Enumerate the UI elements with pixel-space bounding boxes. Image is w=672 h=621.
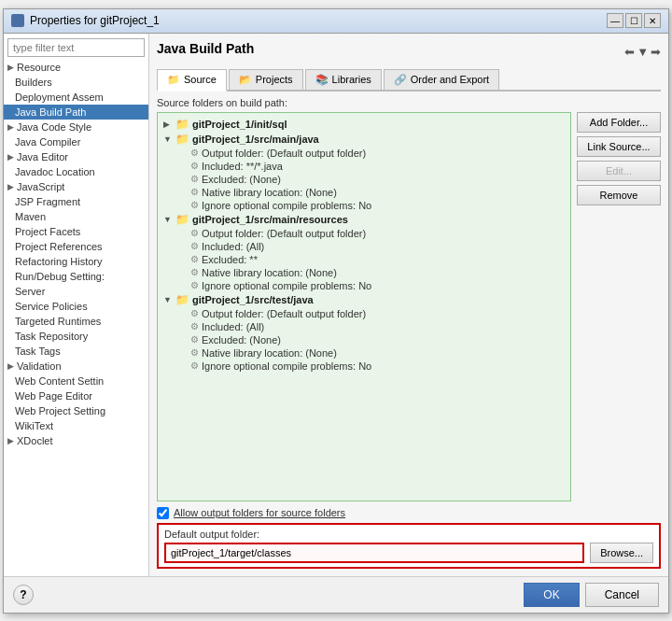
sidebar: ▶ResourceBuildersDeployment AssemJava Bu… — [4, 34, 149, 576]
sidebar-item-run-debug[interactable]: Run/Debug Setting: — [4, 269, 148, 284]
sidebar-item-service-policies[interactable]: Service Policies — [4, 299, 148, 314]
cancel-button[interactable]: Cancel — [585, 583, 659, 607]
tree-item-native-lib-1[interactable]: ⚙Native library location: (None) — [161, 186, 567, 199]
sidebar-item-targeted-runtimes[interactable]: Targeted Runtimes — [4, 314, 148, 329]
tree-toggle-src-test-java[interactable]: ▼ — [163, 295, 173, 304]
sidebar-item-label: Web Page Editor — [15, 390, 92, 402]
tab-source[interactable]: 📁Source — [157, 69, 227, 92]
sidebar-item-refactoring-history[interactable]: Refactoring History — [4, 254, 148, 269]
nav-forward-button[interactable]: ➡ — [651, 45, 661, 59]
sidebar-item-label: Java Code Style — [17, 121, 91, 133]
tree-item-included-3[interactable]: ⚙Included: (All) — [161, 320, 567, 333]
property-icon: ⚙ — [190, 161, 199, 171]
sidebar-item-wikitext[interactable]: WikiText — [4, 418, 148, 433]
source-tree[interactable]: ▶📁gitProject_1/init/sql▼📁gitProject_1/sr… — [157, 112, 571, 501]
ok-button[interactable]: OK — [524, 583, 579, 607]
sidebar-item-validation[interactable]: ▶Validation — [4, 359, 148, 374]
sidebar-item-deployment[interactable]: Deployment Assem — [4, 90, 148, 105]
nav-dropdown-button[interactable]: ▼ — [637, 45, 649, 59]
tree-item-native-lib-2[interactable]: ⚙Native library location: (None) — [161, 266, 567, 279]
sidebar-item-builders[interactable]: Builders — [4, 75, 148, 90]
title-bar-left: Properties for gitProject_1 — [11, 14, 160, 27]
maximize-button[interactable]: ☐ — [625, 13, 642, 28]
sidebar-item-resource[interactable]: ▶Resource — [4, 60, 148, 75]
tree-item-excluded-3[interactable]: ⚙Excluded: (None) — [161, 333, 567, 346]
tree-toggle-src-main-java[interactable]: ▼ — [163, 134, 173, 144]
allow-output-label[interactable]: Allow output folders for source folders — [174, 507, 345, 518]
sidebar-item-java-editor[interactable]: ▶Java Editor — [4, 149, 148, 164]
sidebar-item-web-content[interactable]: Web Content Settin — [4, 374, 148, 388]
sidebar-item-xdoclet[interactable]: ▶XDoclet — [4, 433, 148, 448]
tree-item-output-folder-3[interactable]: ⚙Output folder: (Default output folder) — [161, 307, 567, 320]
property-icon: ⚙ — [190, 200, 199, 210]
tab-projects[interactable]: 📂Projects — [229, 69, 303, 90]
bottom-section: Allow output folders for source folders … — [157, 507, 661, 569]
sidebar-item-java-code-style[interactable]: ▶Java Code Style — [4, 120, 148, 134]
sidebar-item-project-references[interactable]: Project References — [4, 239, 148, 254]
tree-item-included-1[interactable]: ⚙Included: **/*.java — [161, 160, 567, 173]
sidebar-item-label: Validation — [17, 360, 62, 372]
sidebar-item-javascript[interactable]: ▶JavaScript — [4, 179, 148, 194]
sidebar-item-java-compiler[interactable]: Java Compiler — [4, 134, 148, 149]
tree-item-ignore-2[interactable]: ⚙Ignore optional compile problems: No — [161, 279, 567, 292]
sidebar-item-web-page-editor[interactable]: Web Page Editor — [4, 388, 148, 403]
help-button[interactable]: ? — [13, 585, 34, 605]
tree-label-ignore-3: Ignore optional compile problems: No — [202, 360, 371, 372]
add-folder-button[interactable]: Add Folder... — [577, 112, 661, 133]
sidebar-item-javadoc-location[interactable]: Javadoc Location — [4, 164, 148, 179]
tab-icon-libraries: 📚 — [315, 74, 329, 86]
remove-button[interactable]: Remove — [577, 185, 661, 205]
tree-item-src-main-java[interactable]: ▼📁gitProject_1/src/main/java — [161, 132, 567, 147]
sidebar-item-label: XDoclet — [17, 435, 53, 446]
tab-libraries[interactable]: 📚Libraries — [305, 69, 382, 90]
tree-item-output-folder-2[interactable]: ⚙Output folder: (Default output folder) — [161, 227, 567, 240]
sidebar-item-label: Web Project Setting — [15, 405, 105, 416]
tree-toggle-init-sql[interactable]: ▶ — [163, 120, 173, 129]
tabs-bar: 📁Source📂Projects📚Libraries🔗Order and Exp… — [157, 69, 661, 92]
tree-item-src-test-java[interactable]: ▼📁gitProject_1/src/test/java — [161, 292, 567, 307]
sidebar-item-label: Deployment Assem — [15, 92, 104, 103]
tree-label-excluded-2: Excluded: ** — [202, 254, 258, 265]
sidebar-item-label: Server — [15, 286, 45, 297]
sidebar-item-label: Targeted Runtimes — [15, 316, 101, 327]
sidebar-item-web-project-setting[interactable]: Web Project Setting — [4, 403, 148, 418]
tab-order-export[interactable]: 🔗Order and Export — [384, 69, 499, 90]
sidebar-item-maven[interactable]: Maven — [4, 209, 148, 224]
tree-item-excluded-1[interactable]: ⚙Excluded: (None) — [161, 173, 567, 186]
sidebar-item-jsp-fragment[interactable]: JSP Fragment — [4, 194, 148, 209]
sidebar-item-task-repository[interactable]: Task Repository — [4, 329, 148, 344]
property-icon: ⚙ — [190, 280, 199, 290]
sidebar-item-task-tags[interactable]: Task Tags — [4, 344, 148, 359]
allow-output-checkbox[interactable] — [157, 507, 169, 519]
link-source-button[interactable]: Link Source... — [577, 136, 661, 157]
tree-item-ignore-3[interactable]: ⚙Ignore optional compile problems: No — [161, 360, 567, 373]
tree-item-excluded-2[interactable]: ⚙Excluded: ** — [161, 253, 567, 266]
tree-label-src-main-java: gitProject_1/src/main/java — [192, 134, 319, 145]
sidebar-item-label: Web Content Settin — [15, 375, 104, 387]
tree-item-native-lib-3[interactable]: ⚙Native library location: (None) — [161, 346, 567, 360]
allow-output-checkbox-row: Allow output folders for source folders — [157, 507, 661, 519]
browse-button[interactable]: Browse... — [590, 543, 653, 563]
tree-item-ignore-1[interactable]: ⚙Ignore optional compile problems: No — [161, 199, 567, 212]
main-panel: Java Build Path ⬅ ▼ ➡ 📁Source📂Projects📚L… — [149, 34, 668, 576]
nav-buttons: ⬅ ▼ ➡ — [624, 45, 661, 59]
sidebar-item-label: Javadoc Location — [15, 166, 95, 177]
sidebar-item-label: JavaScript — [17, 181, 64, 192]
sidebar-item-project-facets[interactable]: Project Facets — [4, 224, 148, 239]
output-folder-input[interactable] — [164, 543, 584, 563]
filter-input[interactable] — [7, 38, 145, 57]
sidebar-item-server[interactable]: Server — [4, 284, 148, 299]
property-icon: ⚙ — [190, 241, 199, 251]
sidebar-item-label: Task Tags — [15, 346, 61, 357]
tree-item-init-sql[interactable]: ▶📁gitProject_1/init/sql — [161, 117, 567, 132]
tree-toggle-src-main-resources[interactable]: ▼ — [163, 215, 173, 224]
tree-item-src-main-resources[interactable]: ▼📁gitProject_1/src/main/resources — [161, 212, 567, 227]
sidebar-item-java-build-path[interactable]: Java Build Path — [4, 105, 148, 120]
sidebar-item-label: Java Compiler — [15, 136, 80, 148]
close-button[interactable]: ✕ — [644, 13, 661, 28]
tree-item-output-folder-1[interactable]: ⚙Output folder: (Default output folder) — [161, 147, 567, 160]
output-folder-section: Default output folder: Browse... — [157, 523, 661, 569]
minimize-button[interactable]: — — [607, 13, 623, 28]
tree-item-included-2[interactable]: ⚙Included: (All) — [161, 240, 567, 253]
nav-back-button[interactable]: ⬅ — [624, 45, 635, 59]
